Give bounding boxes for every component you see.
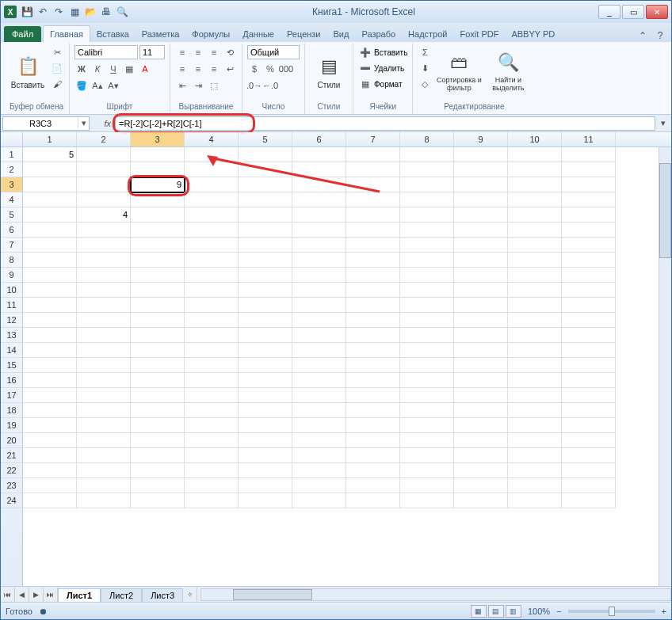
cell[interactable] — [508, 177, 562, 192]
find-select-button[interactable]: 🔍 Найти и выделить — [486, 45, 530, 97]
cell[interactable] — [77, 313, 131, 328]
cell[interactable] — [239, 388, 292, 403]
cell[interactable] — [239, 177, 292, 192]
cell[interactable] — [239, 268, 292, 283]
cell[interactable] — [77, 358, 131, 373]
cell[interactable] — [562, 418, 616, 433]
cell[interactable] — [23, 298, 77, 313]
underline-button[interactable]: Ч — [106, 62, 120, 76]
zoom-slider[interactable] — [568, 610, 655, 613]
cell[interactable] — [292, 373, 346, 388]
cell[interactable] — [185, 448, 239, 463]
cell[interactable] — [185, 253, 239, 268]
cell[interactable] — [77, 238, 131, 253]
minimize-ribbon-icon[interactable]: ⌃ — [636, 29, 649, 42]
row-header[interactable]: 4 — [1, 192, 22, 207]
row-header[interactable]: 21 — [1, 448, 22, 463]
vertical-scrollbar[interactable] — [659, 147, 671, 586]
percent-icon[interactable]: % — [263, 62, 277, 76]
cell[interactable] — [346, 463, 400, 478]
cell[interactable] — [292, 253, 346, 268]
cell[interactable] — [292, 298, 346, 313]
cell[interactable] — [454, 433, 508, 448]
font-name-combo[interactable]: Calibri — [74, 45, 138, 59]
cell[interactable] — [77, 298, 131, 313]
cell[interactable] — [400, 358, 454, 373]
cell[interactable] — [346, 478, 400, 493]
cell[interactable] — [77, 403, 131, 418]
cell[interactable] — [562, 478, 616, 493]
cell[interactable] — [292, 418, 346, 433]
cell[interactable] — [239, 418, 292, 433]
tab-data[interactable]: Данные — [236, 26, 281, 42]
cell[interactable] — [346, 448, 400, 463]
name-box-dropdown-icon[interactable]: ▾ — [78, 118, 89, 128]
cell[interactable] — [23, 448, 77, 463]
cell[interactable] — [131, 223, 185, 238]
cell[interactable] — [346, 268, 400, 283]
row-header[interactable]: 17 — [1, 388, 22, 403]
cell[interactable] — [185, 147, 239, 162]
cell[interactable]: 9 — [131, 177, 185, 192]
cell[interactable] — [131, 162, 185, 177]
sheet-tab-3[interactable]: Лист3 — [142, 588, 183, 602]
format-cells-icon[interactable]: ▦ — [358, 77, 372, 91]
file-tab[interactable]: Файл — [4, 26, 41, 42]
sheet-nav-first-icon[interactable]: ⏮ — [1, 588, 15, 602]
fill-icon[interactable]: ⬇ — [418, 61, 432, 75]
cell[interactable] — [400, 207, 454, 223]
cell[interactable] — [292, 433, 346, 448]
formula-input[interactable]: =R[-2]C[-2]+R[2]C[-1] — [115, 116, 655, 131]
cell[interactable] — [292, 448, 346, 463]
cell[interactable] — [131, 238, 185, 253]
cell[interactable] — [292, 478, 346, 493]
cell[interactable] — [454, 418, 508, 433]
row-header[interactable]: 1 — [1, 147, 22, 162]
cell[interactable] — [508, 283, 562, 298]
undo-icon[interactable]: ↶ — [36, 5, 50, 19]
cell[interactable] — [454, 283, 508, 298]
cell[interactable] — [562, 403, 616, 418]
delete-cells-label[interactable]: Удалить — [374, 64, 404, 73]
cell[interactable] — [454, 298, 508, 313]
cell[interactable] — [400, 268, 454, 283]
cell[interactable] — [185, 313, 239, 328]
cell[interactable] — [23, 493, 77, 508]
cell[interactable] — [77, 192, 131, 207]
cell[interactable] — [131, 328, 185, 343]
page-break-view-icon[interactable]: ▥ — [506, 605, 521, 618]
cell[interactable] — [400, 433, 454, 448]
open-icon[interactable]: 📂 — [83, 5, 97, 19]
font-color-icon[interactable]: A — [138, 62, 152, 76]
cut-icon[interactable]: ✂ — [50, 45, 64, 59]
cell[interactable] — [185, 358, 239, 373]
cell[interactable] — [77, 268, 131, 283]
maximize-button[interactable]: ▭ — [622, 5, 644, 19]
align-center-icon[interactable]: ≡ — [191, 62, 205, 76]
cells-area[interactable]: 594 — [23, 147, 616, 586]
new-sheet-icon[interactable]: ✧ — [183, 588, 197, 602]
wrap-text-icon[interactable]: ↩ — [223, 62, 237, 76]
save-icon[interactable]: 💾 — [20, 5, 34, 19]
cell[interactable] — [346, 493, 400, 508]
cell[interactable] — [292, 403, 346, 418]
cell[interactable] — [454, 463, 508, 478]
cell[interactable] — [239, 207, 292, 223]
cell[interactable] — [562, 343, 616, 358]
cell[interactable] — [239, 162, 292, 177]
row-header[interactable]: 23 — [1, 478, 22, 493]
cell[interactable] — [77, 162, 131, 177]
cell[interactable] — [562, 493, 616, 508]
tab-developer[interactable]: Разрабо — [355, 26, 402, 42]
horizontal-scrollbar-thumb[interactable] — [233, 589, 312, 600]
comma-icon[interactable]: 000 — [279, 62, 293, 76]
cell[interactable] — [346, 418, 400, 433]
cell[interactable] — [454, 478, 508, 493]
cell[interactable] — [77, 223, 131, 238]
row-header[interactable]: 11 — [1, 298, 22, 313]
cell[interactable] — [185, 403, 239, 418]
cell[interactable] — [23, 253, 77, 268]
cell[interactable] — [508, 493, 562, 508]
cell[interactable] — [454, 388, 508, 403]
cell[interactable] — [346, 177, 400, 192]
